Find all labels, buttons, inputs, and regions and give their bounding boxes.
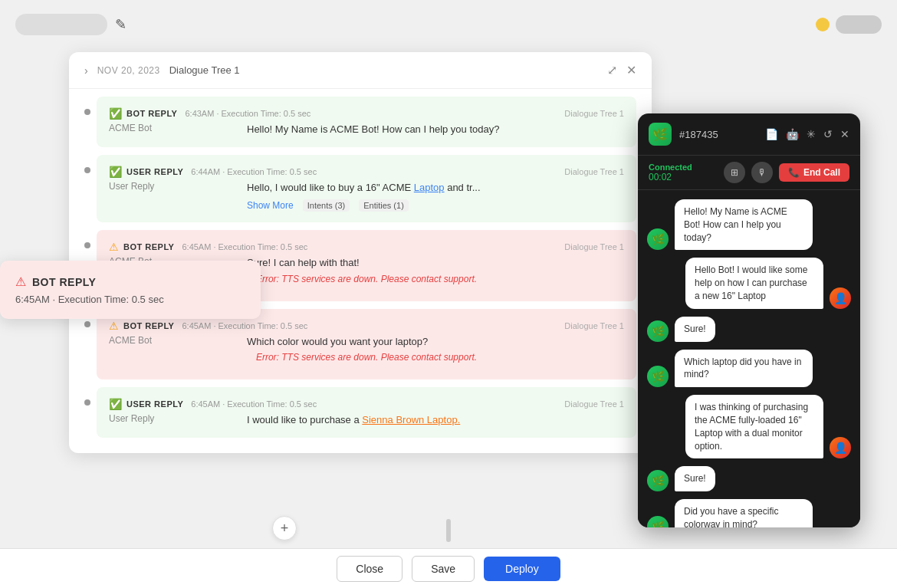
chat-bubble: Sure!	[675, 317, 715, 342]
status-dot	[816, 18, 830, 31]
dialogue-header: › NOV 20, 2023 Dialogue Tree 1 ⤢ ✕	[69, 52, 652, 89]
chat-bubble: Sure!	[675, 466, 715, 491]
close-icon[interactable]: ✕	[626, 63, 636, 77]
card-label: USER REPLY	[127, 399, 183, 409]
card-header: ⚠ BOT REPLY 6:45AM · Execution Time: 0.5…	[109, 320, 624, 332]
card-header: ⚠ BOT REPLY 6:45AM · Execution Time: 0.5…	[109, 241, 624, 253]
asterisk-icon[interactable]: ✳	[807, 128, 816, 140]
card-body-left: ACME Bot	[109, 335, 232, 349]
timeline-dot	[84, 242, 90, 248]
chat-message: 🌿 Sure!	[647, 317, 851, 342]
user-avatar: 👤	[830, 287, 851, 309]
card-body: User Reply I would like to purchase a Si…	[109, 413, 624, 427]
product-link[interactable]: Sienna Brown Laptop.	[362, 414, 460, 425]
chat-message: 🌿 Hello! My Name is ACME Bot! How can I …	[647, 199, 851, 250]
timeline-dot	[84, 321, 90, 327]
bot-reply-card-3: ⚠ BOT REPLY 6:45AM · Execution Time: 0.5…	[97, 309, 636, 379]
card-time: 6:43AM · Execution Time: 0.5 sec	[185, 109, 310, 118]
card-time: 6:45AM · Execution Time: 0.5 sec	[182, 242, 307, 251]
tree-label: Dialogue Tree 1	[564, 109, 624, 118]
phone-header: 🌿 #187435 📄 🤖 ✳ ↺ ✕	[638, 113, 860, 156]
card-label: BOT REPLY	[123, 321, 174, 330]
status-label: Connected	[649, 163, 692, 172]
phone-logo: 🌿	[649, 123, 672, 146]
card-message: Which color would you want your laptop?	[247, 335, 624, 349]
status-time: 00:02	[649, 172, 692, 182]
card-body-right: I would like to purchase a Sienna Brown …	[247, 413, 624, 427]
card-time: 6:45AM · Execution Time: 0.5 sec	[191, 399, 317, 409]
highlight-link[interactable]: Laptop	[414, 182, 445, 193]
end-call-label: End Call	[803, 167, 840, 178]
save-button[interactable]: Save	[412, 556, 475, 582]
dialogue-title: Dialogue Tree 1	[169, 64, 240, 76]
card-body-right: Hello, I would like to buy a 16" ACME La…	[247, 181, 624, 212]
card-sender: User Reply	[109, 181, 232, 192]
chat-message: 👤 Hello Bot! I would like some help on h…	[647, 258, 851, 308]
card-body-left: User Reply	[109, 181, 232, 212]
chat-bubble: Hello Bot! I would like some help on how…	[685, 258, 823, 308]
card-label: BOT REPLY	[127, 109, 177, 118]
card-time: 6:44AM · Execution Time: 0.5 sec	[191, 167, 317, 176]
deploy-button[interactable]: Deploy	[484, 557, 560, 581]
timeline-dot	[84, 399, 90, 406]
card-body-right: Sure! I can help with that!	[247, 256, 624, 270]
scroll-handle[interactable]	[446, 519, 451, 542]
card-time: 6:45AM · Execution Time: 0.5 sec	[182, 321, 307, 330]
end-call-button[interactable]: 📞 End Call	[779, 163, 849, 182]
phone-status: Connected 00:02 ⊞ 🎙 📞 End Call	[638, 156, 860, 190]
status-icon-green: ✅	[109, 166, 122, 178]
card-header: ✅ USER REPLY 6:45AM · Execution Time: 0.…	[109, 398, 624, 410]
bot-avatar: 🌿	[647, 320, 669, 342]
chat-message: 👤 I was thinking of purchasing the ACME …	[647, 395, 851, 458]
document-icon[interactable]: 📄	[765, 128, 778, 140]
top-bar-right	[816, 15, 882, 34]
bot-reply-popup: ⚠ BOT REPLY 6:45AM · Execution Time: 0.5…	[0, 261, 261, 319]
bot-avatar: 🌿	[647, 366, 669, 387]
user-reply-card-2: ✅ USER REPLY 6:45AM · Execution Time: 0.…	[97, 387, 636, 438]
card-sender: ACME Bot	[109, 335, 232, 346]
chat-bubble: Which laptop did you have in mind?	[675, 350, 813, 388]
bot-avatar: 🌿	[647, 516, 669, 527]
card-sender: User Reply	[109, 413, 232, 424]
popup-label: BOT REPLY	[32, 276, 96, 288]
phone-ticket-id[interactable]: #187435	[679, 129, 718, 140]
card-body: ACME Bot Hello! My Name is ACME Bot! How…	[109, 123, 624, 136]
card-message: Sure! I can help with that!	[247, 256, 624, 270]
chat-area: 🌿 Hello! My Name is ACME Bot! How can I …	[638, 190, 860, 527]
phone-icon: 📞	[788, 167, 800, 178]
bot-icon[interactable]: 🤖	[786, 128, 799, 140]
close-button[interactable]: Close	[337, 556, 402, 582]
brand-icon: 🌿	[652, 127, 668, 142]
user-reply-card-1: ✅ USER REPLY 6:44AM · Execution Time: 0.…	[97, 155, 636, 222]
bottom-bar: Close Save Deploy	[0, 548, 897, 588]
chat-message: 🌿 Which laptop did you have in mind?	[647, 350, 851, 388]
tree-label: Dialogue Tree 1	[564, 399, 624, 409]
card-label: BOT REPLY	[123, 242, 174, 251]
phone-widget: 🌿 #187435 📄 🤖 ✳ ↺ ✕ Connected 00:02 ⊞ 🎙 …	[638, 113, 860, 527]
phone-actions: ⊞ 🎙 📞 End Call	[724, 162, 849, 183]
top-bar: ✎	[0, 8, 897, 41]
bot-reply-card-1: ✅ BOT REPLY 6:43AM · Execution Time: 0.5…	[97, 97, 636, 147]
chevron-icon[interactable]: ›	[84, 64, 88, 77]
expand-icon[interactable]: ⤢	[607, 63, 617, 77]
top-bar-left: ✎	[15, 14, 127, 35]
warning-icon: ⚠	[109, 320, 119, 332]
table-row: ✅ BOT REPLY 6:43AM · Execution Time: 0.5…	[84, 97, 636, 147]
bot-avatar: 🌿	[647, 228, 669, 250]
pencil-icon[interactable]: ✎	[115, 16, 127, 33]
phone-close-icon[interactable]: ✕	[840, 128, 849, 140]
timeline-dot	[84, 109, 90, 115]
status-icon-green: ✅	[109, 398, 122, 410]
card-body: User Reply Hello, I would like to buy a …	[109, 181, 624, 212]
error-text: Error: TTS services are down. Please con…	[109, 352, 624, 363]
top-bar-pill	[15, 14, 107, 35]
card-body: ACME Bot Which color would you want your…	[109, 335, 624, 349]
show-more-link[interactable]: Show More	[247, 200, 294, 211]
header-actions: ⤢ ✕	[607, 63, 636, 77]
mute-button[interactable]: 🎙	[751, 162, 773, 183]
status-connected: Connected 00:02	[649, 163, 692, 182]
keypad-button[interactable]: ⊞	[724, 162, 745, 183]
add-button[interactable]: +	[272, 516, 297, 540]
refresh-icon[interactable]: ↺	[823, 128, 833, 140]
table-row: ✅ USER REPLY 6:44AM · Execution Time: 0.…	[84, 155, 636, 222]
